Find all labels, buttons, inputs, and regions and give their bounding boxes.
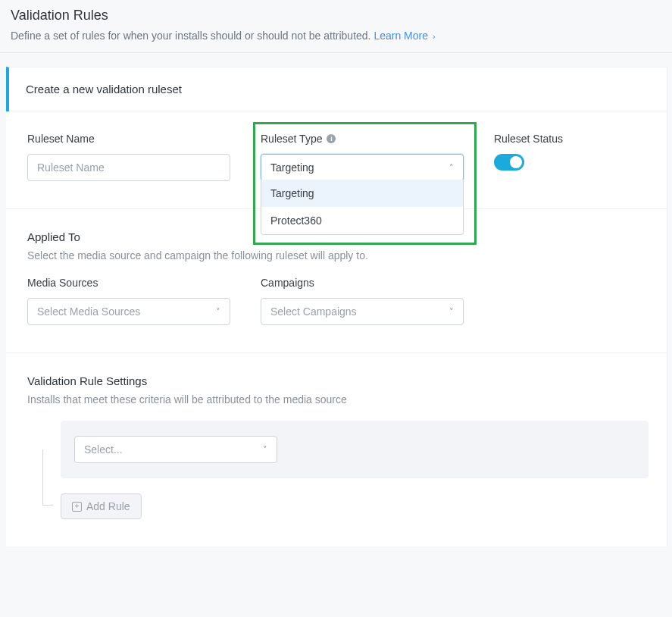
chevron-down-icon: ˅ [449,307,454,317]
media-sources-placeholder: Select Media Sources [37,305,140,318]
validation-settings-title: Validation Rule Settings [27,374,649,387]
media-sources-label: Media Sources [27,277,230,289]
subtitle-text: Define a set of rules for when your inst… [11,30,371,42]
ruleset-name-label: Ruleset Name [27,133,230,145]
ruleset-type-label-text: Ruleset Type [261,133,322,145]
rule-item: Select... ˅ [61,421,649,478]
rule-connector [27,421,61,519]
chevron-right-icon: › [433,32,436,41]
page-title: Validation Rules [11,8,661,23]
ruleset-type-option-targeting[interactable]: Targeting [261,180,463,207]
rule-stack: Select... ˅ + Add Rule [61,421,649,519]
ruleset-card: Create a new validation ruleset Ruleset … [6,67,667,547]
add-rule-label: Add Rule [86,500,130,512]
rule-select-placeholder: Select... [84,443,123,456]
media-sources-select[interactable]: Select Media Sources ˅ [27,298,230,325]
chevron-down-icon: ˅ [263,445,267,455]
ruleset-status-label: Ruleset Status [494,133,563,145]
ruleset-type-select[interactable]: Targeting ˄ [261,154,464,181]
ruleset-type-label: Ruleset Type i [261,133,464,145]
add-rule-button[interactable]: + Add Rule [61,493,142,519]
card-title: Create a new validation ruleset [9,67,667,111]
page-header: Validation Rules Define a set of rules f… [0,0,672,53]
rule-area: Select... ˅ + Add Rule [27,421,649,519]
ruleset-status-field: Ruleset Status [494,133,563,171]
info-icon[interactable]: i [327,134,336,143]
learn-more-link[interactable]: Learn More › [374,30,435,42]
learn-more-text: Learn More [374,30,428,42]
ruleset-type-field: Ruleset Type i Targeting ˄ Targeting Pro… [261,133,464,181]
ruleset-name-field: Ruleset Name [27,133,230,181]
campaigns-select[interactable]: Select Campaigns ˅ [261,298,464,325]
ruleset-basics-section: Ruleset Name Ruleset Type i Targeting ˄ … [6,111,667,209]
media-sources-field: Media Sources Select Media Sources ˅ [27,277,230,325]
applied-to-desc: Select the media source and campaign the… [27,249,649,262]
ruleset-type-option-protect360[interactable]: Protect360 [261,207,463,234]
rule-select[interactable]: Select... ˅ [74,436,277,463]
connector-line [42,449,53,506]
toggle-knob [510,156,522,168]
chevron-up-icon: ˄ [449,163,454,173]
ruleset-type-value: Targeting [270,161,314,174]
chevron-down-icon: ˅ [216,307,220,317]
campaigns-field: Campaigns Select Campaigns ˅ [261,277,464,325]
ruleset-type-dropdown: Targeting Protect360 [261,180,464,235]
page-subtitle: Define a set of rules for when your inst… [11,30,661,42]
validation-settings-desc: Installs that meet these criteria will b… [27,393,649,406]
campaigns-placeholder: Select Campaigns [270,305,357,318]
campaigns-label: Campaigns [261,277,464,289]
plus-icon: + [72,502,82,512]
ruleset-status-toggle[interactable] [494,154,524,171]
ruleset-name-input[interactable] [27,154,230,181]
validation-settings-section: Validation Rule Settings Installs that m… [6,353,667,547]
